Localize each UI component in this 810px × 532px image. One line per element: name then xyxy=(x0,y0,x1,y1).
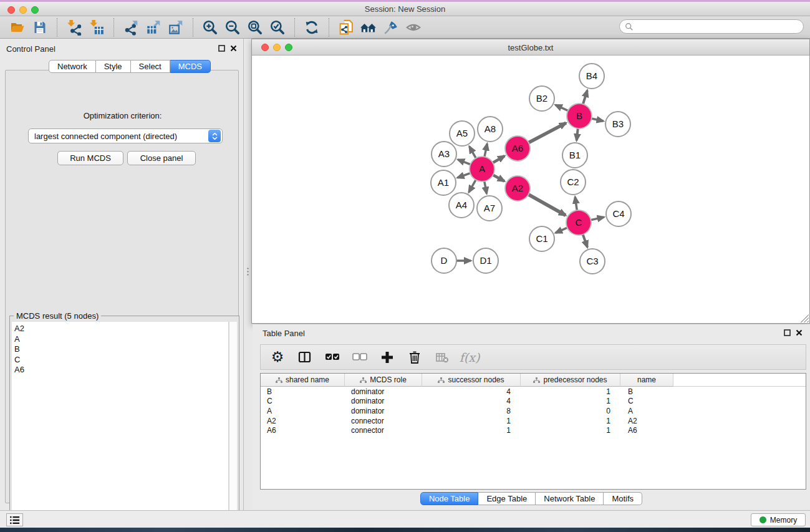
close-panel-icon[interactable] xyxy=(229,44,238,52)
node-B1[interactable]: B1 xyxy=(562,143,587,168)
table-cell[interactable]: 4 xyxy=(422,397,521,407)
table-cell[interactable]: 1 xyxy=(422,425,521,435)
network-window-titlebar[interactable]: testGlobe.txt xyxy=(252,39,809,56)
column-header-name[interactable]: name xyxy=(620,374,673,387)
task-history-button[interactable] xyxy=(6,513,23,526)
table-cell[interactable]: A2 xyxy=(261,416,345,426)
table-cell[interactable]: A2 xyxy=(620,416,673,426)
table-cell[interactable]: B xyxy=(261,387,345,397)
table-cell[interactable]: 1 xyxy=(521,387,620,397)
column-header-shared-name[interactable]: shared name xyxy=(261,374,345,387)
delete-column-button[interactable] xyxy=(405,348,424,367)
result-scrollbar[interactable] xyxy=(229,322,237,528)
tab-edge-table[interactable]: Edge Table xyxy=(478,492,536,505)
table-cell[interactable]: C xyxy=(261,397,345,407)
table-cell[interactable]: A xyxy=(261,406,345,416)
table-row[interactable]: Cdominator41C xyxy=(261,397,806,407)
table-row[interactable]: Adominator80A xyxy=(261,406,806,416)
table-cell[interactable]: dominator xyxy=(345,406,422,416)
search-input[interactable] xyxy=(634,21,803,32)
tab-network-table[interactable]: Network Table xyxy=(536,492,604,505)
node-D1[interactable]: D1 xyxy=(473,248,498,273)
mcds-result-list[interactable]: A2ABCA6 xyxy=(12,322,229,528)
table-cell[interactable]: 1 xyxy=(521,416,620,426)
vertical-split-handle[interactable] xyxy=(246,267,250,276)
node-A[interactable]: A xyxy=(470,157,494,181)
node-C3[interactable]: C3 xyxy=(580,249,605,274)
run-mcds-button[interactable]: Run MCDS xyxy=(57,151,123,165)
annotation-pen-button[interactable] xyxy=(380,17,402,37)
show-hide-button[interactable] xyxy=(402,17,425,37)
search-field[interactable] xyxy=(619,19,804,34)
criterion-dropdown[interactable]: largest connected component (directed) xyxy=(28,128,223,143)
table-cell[interactable]: B xyxy=(620,387,673,397)
close-panel-button[interactable]: Close panel xyxy=(127,151,196,165)
table-row[interactable]: A2connector11A2 xyxy=(261,416,806,426)
close-table-panel-icon[interactable] xyxy=(795,329,803,337)
tab-node-table[interactable]: Node Table xyxy=(420,492,479,505)
mcds-result-item[interactable]: A xyxy=(14,334,228,345)
node-A5[interactable]: A5 xyxy=(450,121,475,146)
table-cell[interactable]: connector xyxy=(345,416,422,426)
table-cell[interactable]: 0 xyxy=(521,406,620,416)
table-cell[interactable]: connector xyxy=(345,425,422,435)
import-network-button[interactable] xyxy=(63,17,85,37)
unselect-all-button[interactable] xyxy=(350,348,369,367)
tab-motifs[interactable]: Motifs xyxy=(604,492,642,505)
function-builder-button[interactable]: f(x) xyxy=(460,348,479,367)
tab-style[interactable]: Style xyxy=(96,60,131,73)
mcds-result-item[interactable]: C xyxy=(14,355,228,365)
mcds-result-item[interactable]: A6 xyxy=(14,365,228,375)
zoom-out-button[interactable] xyxy=(221,17,244,37)
tab-mcds[interactable]: MCDS xyxy=(170,60,211,73)
node-A4[interactable]: A4 xyxy=(449,193,474,218)
table-cell[interactable]: dominator xyxy=(345,397,422,407)
tab-select[interactable]: Select xyxy=(131,60,170,73)
column-header-MCDS-role[interactable]: MCDS role xyxy=(345,374,422,387)
network-canvas[interactable]: AA1A2A3A4A5A6A7A8BB1B2B3B4CC1C2C3C4DD1 xyxy=(252,56,809,323)
node-B[interactable]: B xyxy=(567,104,592,128)
node-B2[interactable]: B2 xyxy=(529,86,554,111)
show-column-button[interactable] xyxy=(296,348,314,367)
node-C2[interactable]: C2 xyxy=(561,170,586,195)
column-header-successor-nodes[interactable]: successor nodes xyxy=(422,374,521,387)
delete-table-button[interactable] xyxy=(433,348,451,367)
zoom-selected-button[interactable] xyxy=(266,17,289,37)
mcds-result-item[interactable]: B xyxy=(14,344,228,355)
zoom-in-button[interactable] xyxy=(199,17,221,37)
refresh-view-button[interactable] xyxy=(301,17,323,37)
table-cell[interactable]: dominator xyxy=(345,387,422,397)
export-table-button[interactable] xyxy=(142,17,165,37)
open-session-button[interactable] xyxy=(6,17,29,37)
mcds-result-item[interactable]: A2 xyxy=(14,324,228,334)
table-cell[interactable]: C xyxy=(620,397,673,407)
save-session-button[interactable] xyxy=(29,17,51,37)
table-cell[interactable]: 8 xyxy=(422,406,521,416)
export-image-button[interactable] xyxy=(165,17,187,37)
node-A3[interactable]: A3 xyxy=(432,142,456,167)
node-C1[interactable]: C1 xyxy=(529,226,554,251)
table-row[interactable]: A6connector11A6 xyxy=(261,425,806,435)
clone-network-button[interactable] xyxy=(335,17,357,37)
window-resize-grip[interactable] xyxy=(801,314,809,322)
float-panel-icon[interactable] xyxy=(218,44,226,52)
node-C4[interactable]: C4 xyxy=(606,201,631,226)
window-titlebar[interactable]: Session: New Session xyxy=(0,2,810,16)
settings-gear-button[interactable]: ⚙ xyxy=(268,348,287,367)
node-C[interactable]: C xyxy=(566,210,591,235)
import-table-button[interactable] xyxy=(85,17,108,37)
table-cell[interactable]: A6 xyxy=(261,425,345,435)
home-layout-button[interactable] xyxy=(357,17,380,37)
select-all-button[interactable] xyxy=(323,348,342,367)
tab-network[interactable]: Network xyxy=(49,60,96,73)
table-cell[interactable]: A xyxy=(620,406,673,416)
node-D[interactable]: D xyxy=(432,248,456,273)
export-network-button[interactable] xyxy=(120,17,142,37)
table-row[interactable]: Bdominator41B xyxy=(261,387,806,397)
table-cell[interactable]: 4 xyxy=(422,387,521,397)
node-B3[interactable]: B3 xyxy=(605,112,630,137)
node-A8[interactable]: A8 xyxy=(478,117,503,142)
network-view-window[interactable]: testGlobe.txt AA1A2A3A4A5A6A7A8BB1B2B3B4… xyxy=(251,39,810,324)
table-cell[interactable]: 1 xyxy=(521,425,620,435)
node-A6[interactable]: A6 xyxy=(505,136,530,161)
